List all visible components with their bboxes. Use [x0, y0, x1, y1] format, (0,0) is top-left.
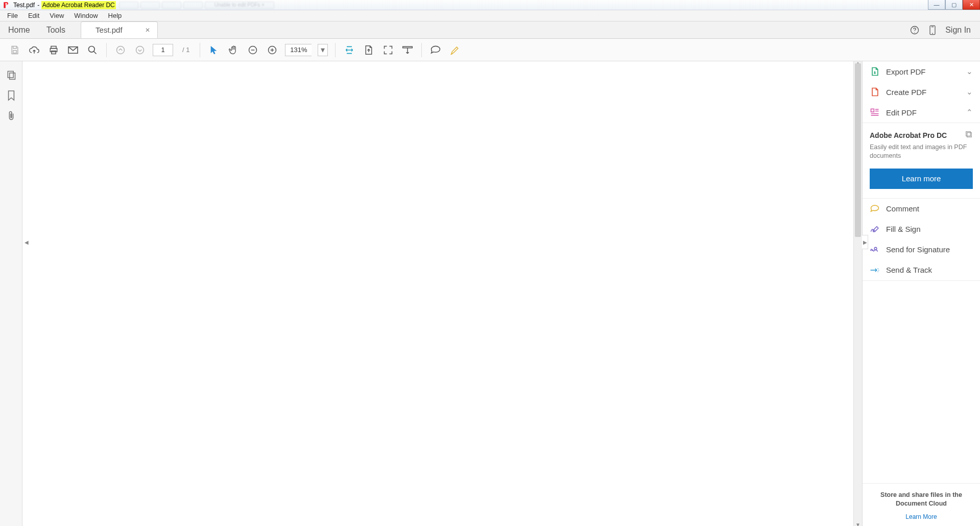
menu-edit[interactable]: Edit — [23, 11, 44, 20]
document-viewport[interactable]: ◀ ▲ ▼ ▶ — [22, 61, 863, 526]
print-icon[interactable] — [47, 43, 60, 57]
ghost-tab — [119, 2, 138, 9]
help-icon[interactable] — [910, 25, 920, 35]
fullscreen-icon[interactable] — [381, 43, 395, 57]
svg-point-1 — [915, 32, 915, 32]
save-icon[interactable] — [8, 43, 21, 57]
export-pdf-icon — [870, 66, 880, 77]
promo-subtitle: Easily edit text and images in PDF docum… — [870, 143, 973, 160]
fill-sign-icon — [870, 224, 880, 234]
learn-more-button[interactable]: Learn more — [870, 169, 973, 189]
mode-home[interactable]: Home — [0, 21, 38, 38]
document-tab[interactable]: Test.pdf ✕ — [81, 21, 158, 38]
ghost-tab — [183, 2, 203, 9]
tool-export-pdf[interactable]: Export PDF ⌄ — [863, 61, 980, 82]
svg-point-29 — [874, 247, 877, 250]
send-track-icon — [870, 265, 880, 275]
highlight-icon[interactable] — [448, 43, 462, 57]
cloud-footer-title: Store and share files in the Document Cl… — [870, 491, 973, 508]
page-total-label: / 1 — [179, 46, 193, 54]
document-tab-label: Test.pdf — [95, 26, 123, 34]
tool-label: Send for Signature — [886, 245, 950, 254]
fit-page-icon[interactable] — [362, 43, 375, 57]
chevron-up-icon: ⌃ — [966, 108, 973, 117]
comment-bubble-icon[interactable] — [429, 43, 442, 57]
signin-link[interactable]: Sign In — [945, 26, 971, 35]
collapse-right-panel-icon[interactable]: ▶ — [862, 235, 868, 249]
zoom-input[interactable] — [285, 44, 312, 56]
toolbar: / 1 ▾ — [0, 39, 980, 61]
edit-pdf-promo: Adobe Acrobat Pro DC Easily edit text an… — [863, 123, 980, 199]
zoom-out-icon[interactable] — [246, 43, 259, 57]
ghost-tab — [140, 2, 160, 9]
close-button[interactable]: ✕ — [963, 0, 980, 10]
tool-label: Edit PDF — [886, 108, 917, 117]
scrollbar-thumb[interactable] — [855, 63, 861, 237]
bookmark-icon[interactable] — [5, 89, 18, 102]
tool-label: Comment — [886, 204, 919, 213]
window-controls: — ▢ ✕ — [928, 0, 980, 10]
page-down-icon[interactable] — [133, 43, 147, 57]
thumbnails-icon[interactable] — [5, 68, 18, 82]
tool-label: Fill & Sign — [886, 225, 921, 233]
titlebar: Test.pdf - Adobe Acrobat Reader DC Unabl… — [0, 0, 980, 10]
background-browser-tabs: Unable to edit PDFs × — [119, 2, 274, 9]
menu-window[interactable]: Window — [69, 11, 103, 20]
tool-send-signature[interactable]: Send for Signature — [863, 240, 980, 260]
comment-icon — [870, 204, 880, 214]
maximize-button[interactable]: ▢ — [945, 0, 963, 10]
promo-link-icon[interactable] — [965, 130, 973, 140]
separator — [200, 43, 200, 57]
svg-rect-28 — [966, 132, 971, 136]
minimize-button[interactable]: — — [928, 0, 945, 10]
svg-rect-27 — [967, 133, 972, 137]
title-file: Test.pdf — [12, 1, 36, 9]
collapse-left-nav-icon[interactable]: ◀ — [23, 235, 30, 249]
close-tab-icon[interactable]: ✕ — [143, 27, 152, 34]
separator — [106, 43, 107, 57]
scroll-down-icon[interactable]: ▼ — [855, 522, 861, 526]
menubar: File Edit View Window Help — [0, 10, 980, 21]
read-mode-icon[interactable] — [401, 43, 414, 57]
fit-width-icon[interactable] — [343, 43, 356, 57]
tool-send-track[interactable]: Send & Track — [863, 260, 980, 280]
tool-fill-sign[interactable]: Fill & Sign — [863, 219, 980, 240]
attachment-icon[interactable] — [5, 109, 18, 123]
page-up-icon[interactable] — [114, 43, 127, 57]
ghost-tab — [162, 2, 181, 9]
mode-tools[interactable]: Tools — [38, 21, 74, 38]
main-area: ◀ ▲ ▼ ▶ Export PDF ⌄ Create PDF ⌄ Edit P… — [0, 61, 980, 526]
search-icon[interactable] — [86, 43, 99, 57]
svg-point-33 — [877, 271, 878, 272]
menu-view[interactable]: View — [44, 11, 69, 20]
acrobat-icon — [2, 1, 10, 9]
svg-rect-8 — [52, 51, 56, 54]
svg-point-4 — [932, 33, 933, 34]
menu-help[interactable]: Help — [103, 11, 127, 20]
hand-icon[interactable] — [227, 43, 240, 57]
mobile-icon[interactable] — [928, 25, 937, 35]
cloud-learn-more-link[interactable]: Learn More — [905, 513, 937, 520]
email-icon[interactable] — [66, 43, 80, 57]
left-navigation-rail — [0, 61, 22, 526]
svg-rect-22 — [871, 109, 874, 112]
svg-line-11 — [94, 51, 97, 54]
tool-label: Export PDF — [886, 67, 926, 76]
zoom-in-icon[interactable] — [266, 43, 279, 57]
zoom-dropdown-icon[interactable]: ▾ — [318, 44, 328, 56]
selection-arrow-icon[interactable] — [207, 43, 221, 57]
menu-file[interactable]: File — [2, 11, 23, 20]
svg-point-12 — [117, 46, 125, 54]
title-app: Adobe Acrobat Reader DC — [41, 1, 116, 9]
ghost-tab: Unable to edit PDFs × — [205, 2, 274, 9]
cloud-footer: Store and share files in the Document Cl… — [863, 483, 980, 526]
tool-label: Send & Track — [886, 266, 932, 274]
svg-point-10 — [89, 46, 95, 52]
send-signature-icon — [870, 245, 880, 255]
cloud-icon[interactable] — [28, 43, 41, 57]
tool-create-pdf[interactable]: Create PDF ⌄ — [863, 82, 980, 102]
tool-edit-pdf[interactable]: Edit PDF ⌃ — [863, 102, 980, 123]
tool-comment[interactable]: Comment — [863, 199, 980, 219]
page-number-input[interactable] — [153, 44, 173, 56]
svg-rect-19 — [403, 46, 413, 48]
